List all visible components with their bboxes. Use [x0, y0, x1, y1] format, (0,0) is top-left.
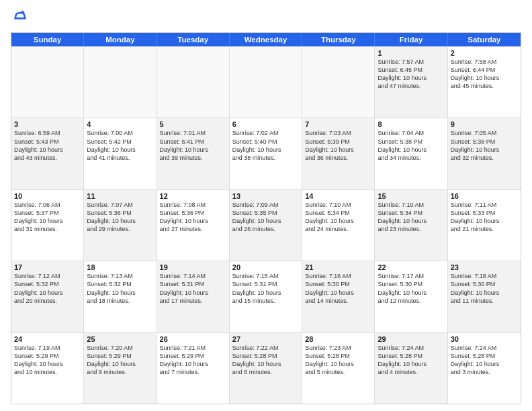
day-cell-12: 12Sunrise: 7:08 AM Sunset: 5:36 PM Dayli… — [157, 190, 230, 261]
day-info: Sunrise: 7:00 AM Sunset: 5:42 PM Dayligh… — [87, 129, 153, 162]
logo-icon — [11, 8, 30, 27]
day-cell-25: 25Sunrise: 7:20 AM Sunset: 5:29 PM Dayli… — [84, 333, 157, 404]
calendar-week-1: 1Sunrise: 7:57 AM Sunset: 6:45 PM Daylig… — [11, 46, 521, 118]
day-number: 2 — [451, 49, 518, 57]
day-info: Sunrise: 7:20 AM Sunset: 5:29 PM Dayligh… — [87, 344, 153, 377]
day-number: 22 — [378, 263, 444, 271]
logo — [11, 8, 32, 27]
header-day-monday: Monday — [84, 33, 157, 46]
day-number: 27 — [232, 335, 299, 343]
header-day-friday: Friday — [375, 33, 447, 46]
day-cell-19: 19Sunrise: 7:14 AM Sunset: 5:31 PM Dayli… — [157, 261, 230, 332]
day-cell-20: 20Sunrise: 7:15 AM Sunset: 5:31 PM Dayli… — [230, 261, 302, 332]
day-number: 11 — [87, 192, 153, 200]
day-number: 30 — [451, 335, 518, 343]
day-cell-28: 28Sunrise: 7:23 AM Sunset: 5:28 PM Dayli… — [302, 333, 375, 404]
calendar-body: 1Sunrise: 7:57 AM Sunset: 6:45 PM Daylig… — [11, 46, 521, 404]
calendar-week-4: 17Sunrise: 7:12 AM Sunset: 5:32 PM Dayli… — [11, 261, 521, 332]
day-number: 21 — [305, 263, 371, 271]
day-info: Sunrise: 7:22 AM Sunset: 5:28 PM Dayligh… — [232, 344, 299, 377]
day-cell-9: 9Sunrise: 7:05 AM Sunset: 5:38 PM Daylig… — [448, 118, 521, 189]
day-info: Sunrise: 7:07 AM Sunset: 5:36 PM Dayligh… — [87, 201, 153, 234]
empty-cell — [302, 47, 375, 118]
day-info: Sunrise: 7:18 AM Sunset: 5:30 PM Dayligh… — [451, 272, 518, 305]
day-info: Sunrise: 7:24 AM Sunset: 5:28 PM Dayligh… — [378, 344, 444, 377]
day-number: 16 — [451, 192, 518, 200]
day-info: Sunrise: 7:16 AM Sunset: 5:30 PM Dayligh… — [305, 272, 371, 305]
day-cell-8: 8Sunrise: 7:04 AM Sunset: 5:38 PM Daylig… — [375, 118, 447, 189]
day-info: Sunrise: 7:04 AM Sunset: 5:38 PM Dayligh… — [378, 129, 444, 162]
day-info: Sunrise: 7:58 AM Sunset: 6:44 PM Dayligh… — [451, 58, 518, 91]
day-info: Sunrise: 7:10 AM Sunset: 5:34 PM Dayligh… — [305, 201, 371, 234]
day-number: 13 — [232, 192, 299, 200]
day-info: Sunrise: 7:09 AM Sunset: 5:35 PM Dayligh… — [232, 201, 299, 234]
day-info: Sunrise: 7:10 AM Sunset: 5:34 PM Dayligh… — [378, 201, 444, 234]
day-number: 5 — [160, 120, 226, 128]
day-number: 24 — [14, 335, 81, 343]
header-day-thursday: Thursday — [302, 33, 375, 46]
day-info: Sunrise: 6:59 AM Sunset: 5:43 PM Dayligh… — [14, 129, 81, 162]
page: SundayMondayTuesdayWednesdayThursdayFrid… — [0, 0, 532, 411]
calendar-week-5: 24Sunrise: 7:19 AM Sunset: 5:29 PM Dayli… — [11, 332, 521, 404]
day-info: Sunrise: 7:21 AM Sunset: 5:29 PM Dayligh… — [160, 344, 226, 377]
day-info: Sunrise: 7:08 AM Sunset: 5:36 PM Dayligh… — [160, 201, 226, 234]
day-info: Sunrise: 7:12 AM Sunset: 5:32 PM Dayligh… — [14, 272, 81, 305]
day-info: Sunrise: 7:01 AM Sunset: 5:41 PM Dayligh… — [160, 129, 226, 162]
day-number: 7 — [305, 120, 371, 128]
day-cell-22: 22Sunrise: 7:17 AM Sunset: 5:30 PM Dayli… — [375, 261, 447, 332]
day-number: 12 — [160, 192, 226, 200]
day-cell-15: 15Sunrise: 7:10 AM Sunset: 5:34 PM Dayli… — [375, 190, 447, 261]
day-cell-26: 26Sunrise: 7:21 AM Sunset: 5:29 PM Dayli… — [157, 333, 230, 404]
day-info: Sunrise: 7:57 AM Sunset: 6:45 PM Dayligh… — [378, 58, 444, 91]
day-cell-24: 24Sunrise: 7:19 AM Sunset: 5:29 PM Dayli… — [11, 333, 84, 404]
calendar: SundayMondayTuesdayWednesdayThursdayFrid… — [11, 32, 521, 404]
empty-cell — [230, 47, 302, 118]
calendar-header: SundayMondayTuesdayWednesdayThursdayFrid… — [11, 33, 521, 46]
day-number: 15 — [378, 192, 444, 200]
day-cell-27: 27Sunrise: 7:22 AM Sunset: 5:28 PM Dayli… — [230, 333, 302, 404]
day-number: 6 — [232, 120, 299, 128]
day-cell-2: 2Sunrise: 7:58 AM Sunset: 6:44 PM Daylig… — [448, 47, 521, 118]
day-number: 26 — [160, 335, 226, 343]
day-number: 20 — [232, 263, 299, 271]
day-cell-4: 4Sunrise: 7:00 AM Sunset: 5:42 PM Daylig… — [84, 118, 157, 189]
day-number: 3 — [14, 120, 81, 128]
day-info: Sunrise: 7:11 AM Sunset: 5:33 PM Dayligh… — [451, 201, 518, 234]
header-day-wednesday: Wednesday — [230, 33, 302, 46]
day-cell-11: 11Sunrise: 7:07 AM Sunset: 5:36 PM Dayli… — [84, 190, 157, 261]
day-info: Sunrise: 7:19 AM Sunset: 5:29 PM Dayligh… — [14, 344, 81, 377]
svg-rect-0 — [14, 17, 26, 19]
day-info: Sunrise: 7:06 AM Sunset: 5:37 PM Dayligh… — [14, 201, 81, 234]
day-cell-1: 1Sunrise: 7:57 AM Sunset: 6:45 PM Daylig… — [375, 47, 447, 118]
day-number: 23 — [451, 263, 518, 271]
day-number: 9 — [451, 120, 518, 128]
empty-cell — [157, 47, 230, 118]
header-day-tuesday: Tuesday — [157, 33, 230, 46]
day-info: Sunrise: 7:24 AM Sunset: 5:28 PM Dayligh… — [451, 344, 518, 377]
day-cell-29: 29Sunrise: 7:24 AM Sunset: 5:28 PM Dayli… — [375, 333, 447, 404]
day-info: Sunrise: 7:05 AM Sunset: 5:38 PM Dayligh… — [451, 129, 518, 162]
day-number: 1 — [378, 49, 444, 57]
calendar-week-3: 10Sunrise: 7:06 AM Sunset: 5:37 PM Dayli… — [11, 189, 521, 261]
header-day-sunday: Sunday — [11, 33, 84, 46]
day-cell-7: 7Sunrise: 7:03 AM Sunset: 5:39 PM Daylig… — [302, 118, 375, 189]
day-cell-6: 6Sunrise: 7:02 AM Sunset: 5:40 PM Daylig… — [230, 118, 302, 189]
header — [11, 8, 521, 27]
day-info: Sunrise: 7:14 AM Sunset: 5:31 PM Dayligh… — [160, 272, 226, 305]
day-info: Sunrise: 7:17 AM Sunset: 5:30 PM Dayligh… — [378, 272, 444, 305]
day-number: 29 — [378, 335, 444, 343]
day-info: Sunrise: 7:15 AM Sunset: 5:31 PM Dayligh… — [232, 272, 299, 305]
day-info: Sunrise: 7:23 AM Sunset: 5:28 PM Dayligh… — [305, 344, 371, 377]
empty-cell — [84, 47, 157, 118]
day-number: 8 — [378, 120, 444, 128]
header-day-saturday: Saturday — [448, 33, 521, 46]
day-cell-14: 14Sunrise: 7:10 AM Sunset: 5:34 PM Dayli… — [302, 190, 375, 261]
day-cell-30: 30Sunrise: 7:24 AM Sunset: 5:28 PM Dayli… — [448, 333, 521, 404]
day-number: 18 — [87, 263, 153, 271]
day-number: 19 — [160, 263, 226, 271]
day-cell-18: 18Sunrise: 7:13 AM Sunset: 5:32 PM Dayli… — [84, 261, 157, 332]
day-number: 4 — [87, 120, 153, 128]
day-cell-16: 16Sunrise: 7:11 AM Sunset: 5:33 PM Dayli… — [448, 190, 521, 261]
day-info: Sunrise: 7:03 AM Sunset: 5:39 PM Dayligh… — [305, 129, 371, 162]
day-info: Sunrise: 7:13 AM Sunset: 5:32 PM Dayligh… — [87, 272, 153, 305]
